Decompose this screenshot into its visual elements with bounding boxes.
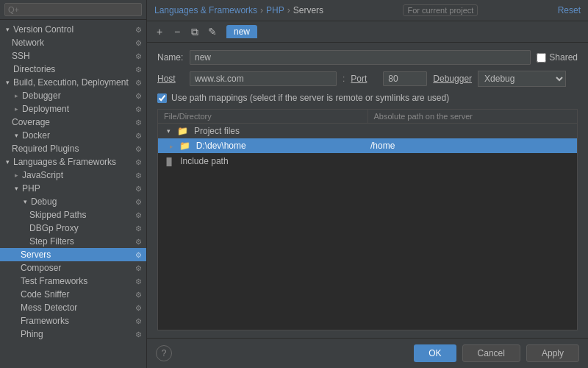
col-header-file: File/Directory [158, 110, 368, 123]
settings-icon: ⚙ [133, 144, 143, 154]
sidebar-item-build-execution[interactable]: ▾ Build, Execution, Deployment ⚙ [0, 76, 146, 89]
shared-label: Shared [549, 52, 578, 63]
settings-icon: ⚙ [133, 223, 143, 233]
sidebar-item-label: Test Frameworks [21, 276, 133, 286]
sidebar-item-deployment[interactable]: ▸ Deployment ⚙ [0, 102, 146, 116]
settings-icon: ⚙ [133, 91, 143, 101]
settings-icon: ⚙ [133, 157, 143, 167]
expand-icon: ▾ [3, 158, 12, 166]
debugger-select[interactable]: Xdebug Zend Debugger [478, 71, 566, 87]
path-mapping-label: Use path mappings (select if the server … [171, 93, 449, 103]
sidebar-item-label: Directories [13, 64, 133, 74]
sidebar-item-docker[interactable]: ▾ Docker ⚙ [0, 129, 146, 142]
project-files-label: Project files [194, 126, 240, 136]
sidebar-item-label: Network [12, 38, 133, 48]
settings-icon: ⚙ [133, 117, 143, 127]
expand-icon: ▾ [21, 197, 29, 206]
expand-icon: ▾ [12, 184, 21, 193]
sidebar-item-directories[interactable]: Directories ⚙ [0, 63, 146, 76]
shared-checkbox-row: Shared [537, 52, 578, 63]
server-tab[interactable]: new [226, 25, 257, 38]
sidebar-search-container [0, 0, 146, 20]
expand-icon: ▸ [12, 105, 21, 113]
copy-server-button[interactable]: ⧉ [187, 24, 203, 39]
table-header: File/Directory Absolute path on the serv… [158, 110, 577, 124]
breadcrumb-sep-2: › [287, 5, 290, 15]
table-cell-file: ▸ 📁 D:\dev\home [164, 141, 368, 151]
sidebar-item-label: Docker [22, 130, 133, 141]
expand-icon: ▾ [3, 25, 12, 34]
sidebar-item-debugger[interactable]: ▸ Debugger ⚙ [0, 89, 146, 102]
sidebar-item-languages-frameworks[interactable]: ▾ Languages & Frameworks ⚙ [0, 155, 146, 169]
settings-icon: ⚙ [133, 64, 143, 74]
sidebar-item-label: Skipped Paths [29, 210, 133, 220]
section-expand-icon: ▾ [164, 127, 173, 135]
sidebar-item-label: Composer [21, 263, 133, 273]
breadcrumb-servers: Servers [293, 5, 323, 15]
remove-server-button[interactable]: − [169, 24, 185, 39]
sidebar-item-label: Servers [21, 250, 133, 260]
settings-icon: ⚙ [133, 77, 143, 88]
table-section-project-files: ▾ 📁 Project files [158, 124, 577, 138]
apply-button[interactable]: Apply [526, 344, 579, 362]
sidebar-item-label: Frameworks [21, 316, 133, 326]
settings-icon: ⚙ [133, 197, 143, 207]
host-input[interactable] [190, 71, 337, 86]
breadcrumb: Languages & Frameworks › PHP › Servers F… [147, 0, 588, 21]
sidebar-item-skipped-paths[interactable]: Skipped Paths ⚙ [0, 208, 146, 222]
sidebar-item-code-sniffer[interactable]: Code Sniffer ⚙ [0, 288, 146, 301]
sidebar-item-mess-detector[interactable]: Mess Detector ⚙ [0, 301, 146, 314]
sidebar-item-network[interactable]: Network ⚙ [0, 36, 146, 49]
sidebar-item-label: Build, Execution, Deployment [13, 77, 133, 88]
settings-icon: ⚙ [133, 130, 143, 141]
cancel-button[interactable]: Cancel [462, 344, 520, 362]
form-area: Name: Shared Host : Port Debugger Xdebug… [147, 43, 588, 338]
sidebar-item-servers[interactable]: Servers ⚙ [0, 248, 146, 261]
name-input[interactable] [190, 50, 531, 65]
dialog-buttons: OK Cancel Apply [414, 344, 579, 362]
port-input[interactable] [383, 71, 427, 86]
search-input[interactable] [4, 3, 142, 16]
reset-link[interactable]: Reset [558, 5, 581, 15]
sidebar-item-label: Languages & Frameworks [13, 157, 133, 167]
debugger-label: Debugger [433, 74, 472, 84]
add-server-button[interactable]: + [151, 24, 168, 39]
sidebar-item-label: Deployment [22, 104, 133, 114]
sidebar-item-label: Code Sniffer [21, 289, 133, 300]
expand-icon: ▾ [3, 78, 12, 87]
table-body: ▾ 📁 Project files ▸ 📁 D:\dev\home /home [158, 124, 577, 330]
sidebar-item-step-filters[interactable]: Step Filters ⚙ [0, 235, 146, 248]
settings-icon: ⚙ [133, 302, 143, 313]
settings-icon: ⚙ [133, 316, 143, 326]
settings-icon: ⚙ [133, 210, 143, 220]
bars-icon: ▐▌ [164, 158, 174, 166]
sidebar-tree: ▾ Version Control ⚙ Network ⚙ SSH ⚙ Dire… [0, 20, 146, 368]
sidebar-item-frameworks[interactable]: Frameworks ⚙ [0, 314, 146, 328]
sidebar-item-required-plugins[interactable]: Required Plugins ⚙ [0, 142, 146, 155]
table-row[interactable]: ▸ 📁 D:\dev\home /home [158, 138, 577, 153]
folder-icon: 📁 [179, 141, 190, 151]
sidebar-item-debug[interactable]: ▾ Debug ⚙ [0, 195, 146, 208]
path-mapping-row: Use path mappings (select if the server … [157, 93, 578, 103]
sidebar-item-ssh[interactable]: SSH ⚙ [0, 49, 146, 63]
path-mapping-checkbox[interactable] [157, 93, 167, 103]
sidebar-item-test-frameworks[interactable]: Test Frameworks ⚙ [0, 275, 146, 288]
ok-button[interactable]: OK [414, 344, 456, 362]
sidebar-item-label: DBGp Proxy [29, 223, 133, 233]
sidebar-item-javascript[interactable]: ▸ JavaScript ⚙ [0, 169, 146, 182]
sidebar-item-version-control[interactable]: ▾ Version Control ⚙ [0, 23, 146, 36]
shared-checkbox[interactable] [537, 53, 546, 63]
sidebar-item-dbgp-proxy[interactable]: DBGp Proxy ⚙ [0, 222, 146, 235]
sidebar-item-label: Mess Detector [21, 302, 133, 313]
sidebar-item-coverage[interactable]: Coverage ⚙ [0, 116, 146, 129]
edit-server-button[interactable]: ✎ [204, 24, 220, 39]
breadcrumb-languages-frameworks[interactable]: Languages & Frameworks [154, 5, 257, 15]
expand-icon: ▾ [12, 131, 21, 140]
sidebar-item-php[interactable]: ▾ PHP ⚙ [0, 182, 146, 195]
sidebar-item-phing[interactable]: Phing ⚙ [0, 328, 146, 341]
sidebar-item-composer[interactable]: Composer ⚙ [0, 261, 146, 275]
breadcrumb-php[interactable]: PHP [266, 5, 284, 15]
sidebar-item-label: Phing [21, 329, 133, 339]
help-button[interactable]: ? [156, 345, 172, 361]
name-row: Name: Shared [157, 50, 578, 65]
